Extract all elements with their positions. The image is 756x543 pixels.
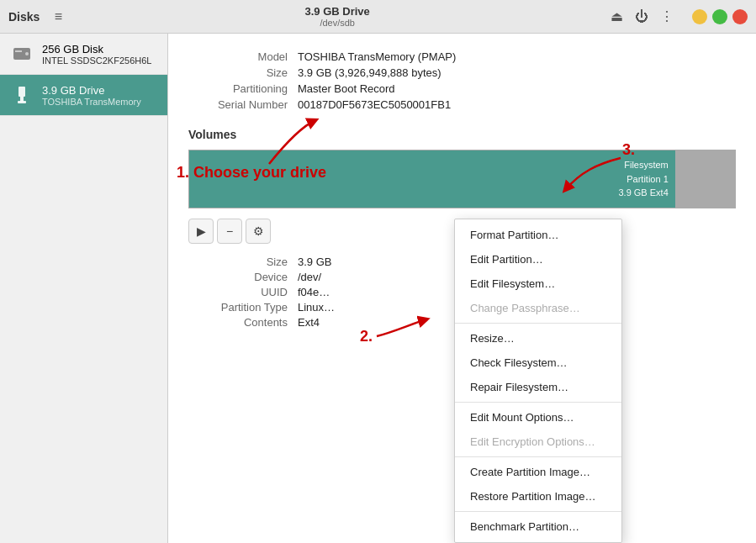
app-title: Disks <box>8 10 40 24</box>
minimize-button[interactable]: − <box>692 9 707 24</box>
partitioning-label: Partitioning <box>188 82 298 95</box>
menu-separator <box>455 456 621 457</box>
annotation-step2: 2. <box>360 328 373 345</box>
menu-item-benchmark-partition-[interactable]: Benchmark Partition… <box>455 514 621 539</box>
drive-title: 3.9 GB Drive <box>305 5 370 18</box>
partition-line2: Partition 1 <box>618 172 668 187</box>
sidebar-item-256gb[interactable]: 256 GB Disk INTEL SSDSC2KF256H6L <box>0 34 167 75</box>
sidebar-item-39gb[interactable]: 3.9 GB Drive TOSHIBA TransMemory <box>0 75 167 116</box>
disk1-sub: INTEL SSDSC2KF256H6L <box>42 55 151 66</box>
drive-path: /dev/sdb <box>320 18 355 28</box>
titlebar: Disks ≡ 3.9 GB Drive /dev/sdb ⏏ ⏻ ⋮ − □ … <box>0 0 756 34</box>
model-value: TOSHIBA TransMemory (PMAP) <box>298 50 456 63</box>
menu-item-create-partition-image-[interactable]: Create Partition Image… <box>455 460 621 484</box>
menu-separator <box>455 402 621 403</box>
disk2-name: 3.9 GB Drive <box>42 84 141 97</box>
menu-button[interactable]: ⋮ <box>657 7 677 27</box>
menu-item-restore-partition-image-[interactable]: Restore Partition Image… <box>455 484 621 509</box>
hamburger-button[interactable]: ≡ <box>48 7 68 27</box>
detail-contents-value: Ext4 <box>298 316 320 329</box>
menu-item-edit-mount-options-[interactable]: Edit Mount Options… <box>455 405 621 430</box>
detail-parttype-label: Partition Type <box>188 301 298 314</box>
detail-parttype-value: Linux… <box>298 301 335 314</box>
play-button[interactable]: ▶ <box>188 219 214 244</box>
size-value: 3.9 GB (3,926,949,888 bytes) <box>298 66 441 79</box>
remove-button[interactable]: − <box>217 219 242 244</box>
detail-size-value: 3.9 GB <box>298 256 331 268</box>
detail-device-label: Device <box>188 271 298 283</box>
hdd-icon <box>10 42 34 66</box>
disk1-name: 256 GB Disk <box>42 43 151 55</box>
detail-uuid-label: UUID <box>188 286 298 298</box>
menu-separator <box>455 323 621 324</box>
model-label: Model <box>188 50 298 63</box>
maximize-button[interactable]: □ <box>712 9 727 24</box>
serial-value: 00187D0F5673EC5050001FB1 <box>298 98 451 111</box>
gear-button[interactable]: ⚙ <box>246 219 271 244</box>
svg-rect-3 <box>19 87 25 97</box>
svg-point-2 <box>25 52 29 55</box>
power-button[interactable]: ⏻ <box>632 7 652 27</box>
partitioning-row: Partitioning Master Boot Record <box>188 82 736 95</box>
window-controls: ⏏ ⏻ ⋮ − □ ✕ <box>606 7 748 27</box>
annotation-step1: 1. Choose your drive <box>177 164 326 182</box>
disk2-sub: TOSHIBA TransMemory <box>42 97 141 107</box>
menu-separator <box>455 511 621 512</box>
annotation-step3: 3. <box>622 141 635 159</box>
svg-rect-5 <box>18 101 26 103</box>
content-area: Model TOSHIBA TransMemory (PMAP) Size 3.… <box>168 34 756 543</box>
partitioning-value: Master Boot Record <box>298 82 395 95</box>
menu-item-edit-encryption-options-: Edit Encryption Options… <box>455 430 621 454</box>
menu-item-format-partition-[interactable]: Format Partition… <box>455 223 621 247</box>
partition-line1: Filesystem <box>618 158 668 172</box>
window-title: 3.9 GB Drive /dev/sdb <box>305 5 370 28</box>
serial-row: Serial Number 00187D0F5673EC5050001FB1 <box>188 98 736 111</box>
empty-partition <box>675 150 735 208</box>
usb-icon <box>10 83 34 107</box>
disk-info-table: Model TOSHIBA TransMemory (PMAP) Size 3.… <box>188 50 736 111</box>
svg-rect-1 <box>15 50 22 52</box>
serial-label: Serial Number <box>188 98 298 111</box>
close-button[interactable]: ✕ <box>732 9 748 24</box>
detail-size-label: Size <box>188 256 298 268</box>
menu-item-edit-partition-[interactable]: Edit Partition… <box>455 247 621 272</box>
main-layout: 256 GB Disk INTEL SSDSC2KF256H6L 3.9 GB … <box>0 34 756 543</box>
menu-item-repair-filesystem-[interactable]: Repair Filesystem… <box>455 375 621 399</box>
menu-item-resize-[interactable]: Resize… <box>455 326 621 351</box>
menu-item-edit-filesystem-[interactable]: Edit Filesystem… <box>455 272 621 296</box>
volumes-heading: Volumes <box>188 128 736 141</box>
detail-uuid-value: f04e… <box>298 286 330 298</box>
menu-item-change-passphrase-: Change Passphrase… <box>455 296 621 320</box>
size-row: Size 3.9 GB (3,926,949,888 bytes) <box>188 66 736 79</box>
size-label: Size <box>188 66 298 79</box>
menu-item-check-filesystem-[interactable]: Check Filesystem… <box>455 351 621 375</box>
eject-button[interactable]: ⏏ <box>606 7 626 27</box>
sidebar: 256 GB Disk INTEL SSDSC2KF256H6L 3.9 GB … <box>0 34 168 543</box>
context-menu: Format Partition…Edit Partition…Edit Fil… <box>454 219 622 543</box>
partition-line3: 3.9 GB Ext4 <box>618 186 668 200</box>
detail-device-value: /dev/ <box>298 271 321 283</box>
detail-contents-label: Contents <box>188 316 298 329</box>
model-row: Model TOSHIBA TransMemory (PMAP) <box>188 50 736 63</box>
